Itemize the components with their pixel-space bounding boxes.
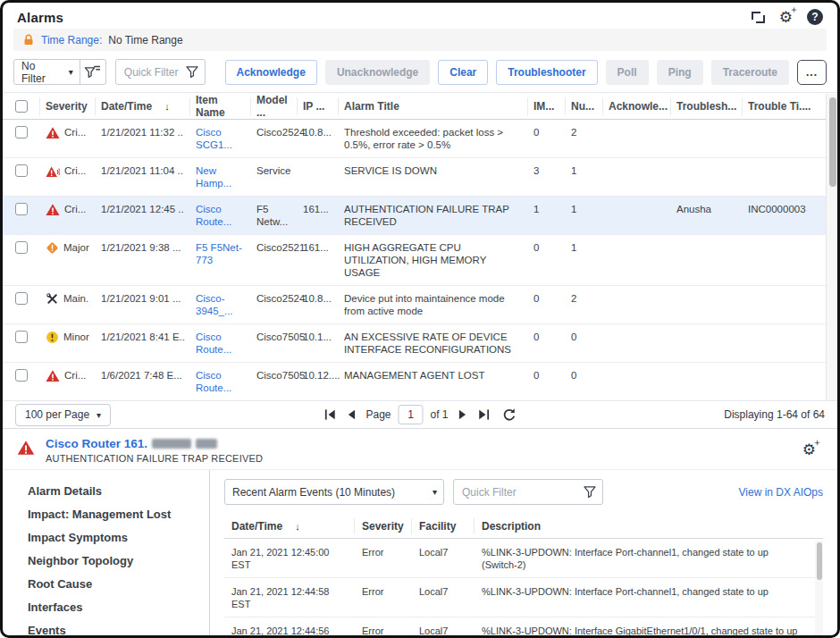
more-actions-button[interactable]: ... bbox=[797, 60, 827, 85]
col-im[interactable]: IM... bbox=[528, 97, 566, 115]
item-link[interactable]: Cisco Route... bbox=[190, 203, 251, 228]
clear-button[interactable]: Clear bbox=[438, 60, 488, 85]
table-row[interactable]: Major 1/21/2021 9:38 ... F5 F5Net-773 Ci… bbox=[3, 235, 837, 286]
gear-settings-icon[interactable]: ⚙ bbox=[779, 10, 793, 25]
col-model[interactable]: Model ... bbox=[251, 97, 298, 115]
row-checkbox[interactable] bbox=[15, 164, 28, 177]
nav-interfaces[interactable]: Interfaces bbox=[3, 595, 209, 618]
page-label: Page bbox=[365, 408, 391, 421]
alarm-detail-header: Cisco Router 161. AUTHENTICATION FAILURE… bbox=[3, 429, 837, 469]
nav-impact-management-lost[interactable]: Impact: Management Lost bbox=[3, 502, 209, 525]
critical-wave-icon bbox=[46, 164, 60, 178]
ping-button: Ping bbox=[657, 60, 703, 85]
col-alarm-title[interactable]: Alarm Title bbox=[339, 97, 528, 115]
col-acknowledged[interactable]: Acknowle... bbox=[603, 97, 671, 115]
nav-root-cause[interactable]: Root Cause bbox=[3, 572, 209, 595]
pagination-bar: 100 per Page ▾ Page of 1 Displaying 1-64… bbox=[3, 400, 837, 429]
traceroute-button: Traceroute bbox=[711, 60, 789, 85]
table-row[interactable]: Cri... 1/6/2021 7:48 E... Cisco Route...… bbox=[3, 363, 837, 400]
item-link[interactable]: Cisco Route... bbox=[190, 331, 251, 356]
col-datetime[interactable]: Date/Time↓ bbox=[96, 97, 190, 115]
col-severity[interactable]: Severity bbox=[40, 97, 96, 115]
scrollbar-thumb[interactable] bbox=[829, 97, 836, 187]
page-number-input[interactable] bbox=[399, 405, 424, 424]
sort-desc-icon: ↓ bbox=[295, 520, 300, 533]
page-of-label: of 1 bbox=[431, 408, 449, 421]
table-row[interactable]: Cri... 1/21/2021 11:32 .. Cisco SCG1... … bbox=[3, 120, 837, 158]
maintenance-icon bbox=[46, 292, 59, 306]
log-quick-filter bbox=[453, 479, 603, 505]
row-checkbox[interactable] bbox=[15, 241, 28, 254]
time-range-label[interactable]: Time Range: bbox=[41, 34, 102, 46]
prev-page-icon[interactable] bbox=[344, 407, 358, 422]
alarm-table: Severity Date/Time↓ Item Name Model ... … bbox=[3, 92, 837, 400]
log-events-table: Date/Time↓ Severity Facility Description… bbox=[224, 514, 823, 638]
help-icon[interactable]: ? bbox=[807, 9, 823, 25]
gear-settings-icon[interactable]: ⚙ bbox=[802, 442, 816, 458]
lock-icon bbox=[22, 33, 35, 46]
col-log-description[interactable]: Description bbox=[475, 518, 823, 534]
alarm-detail-body: Alarm Details Impact: Management Lost Im… bbox=[3, 469, 837, 638]
nav-events[interactable]: Events bbox=[3, 618, 209, 638]
first-page-icon[interactable] bbox=[323, 407, 337, 422]
row-checkbox[interactable] bbox=[15, 203, 28, 215]
detail-title-link[interactable]: Cisco Router 161. bbox=[46, 437, 263, 450]
chevron-down-icon: ▾ bbox=[97, 410, 101, 420]
alarms-window: Alarms ⚙ ? Time Range: No Time Range No … bbox=[0, 0, 840, 638]
row-checkbox[interactable] bbox=[15, 331, 28, 343]
view-in-dx-aiops-link[interactable]: View in DX AIOps bbox=[739, 486, 824, 499]
col-log-severity[interactable]: Severity bbox=[355, 518, 412, 534]
critical-icon bbox=[46, 126, 60, 139]
row-checkbox[interactable] bbox=[15, 126, 28, 139]
sort-desc-icon: ↓ bbox=[164, 100, 170, 113]
filter-select[interactable]: No Filter ▾ bbox=[13, 59, 106, 85]
time-range-bar[interactable]: Time Range: No Time Range bbox=[13, 29, 827, 51]
redacted-text bbox=[196, 439, 217, 449]
filter-edit-icon[interactable] bbox=[80, 64, 105, 80]
row-checkbox[interactable] bbox=[15, 292, 28, 305]
nav-alarm-details[interactable]: Alarm Details bbox=[3, 479, 209, 502]
poll-button: Poll bbox=[606, 60, 649, 85]
next-page-icon[interactable] bbox=[456, 407, 470, 422]
major-icon bbox=[46, 241, 59, 255]
log-events-panel: Recent Alarm Events (10 Minutes) ▾ View … bbox=[210, 470, 837, 638]
row-checkbox[interactable] bbox=[15, 369, 28, 382]
scrollbar-thumb[interactable] bbox=[817, 542, 822, 580]
item-link[interactable]: Cisco Route... bbox=[190, 369, 251, 394]
log-row: Jan 21, 2021 12:44:58 EST Error Local7 %… bbox=[224, 578, 823, 617]
alarm-toolbar: No Filter ▾ Acknowledge Unacknowledge Cl… bbox=[3, 51, 837, 92]
nav-neighbor-topology[interactable]: Neighbor Topology bbox=[3, 549, 209, 572]
critical-icon bbox=[17, 440, 35, 456]
last-page-icon[interactable] bbox=[477, 407, 491, 422]
acknowledge-button[interactable]: Acknowledge bbox=[225, 60, 317, 85]
detail-nav: Alarm Details Impact: Management Lost Im… bbox=[3, 470, 210, 638]
critical-icon bbox=[46, 369, 60, 382]
select-all-checkbox[interactable] bbox=[15, 100, 28, 113]
critical-icon bbox=[46, 203, 60, 216]
col-log-datetime[interactable]: Date/Time↓ bbox=[224, 518, 355, 534]
refresh-icon[interactable] bbox=[502, 407, 517, 423]
minor-icon bbox=[46, 331, 59, 344]
nav-impact-symptoms[interactable]: Impact Symptoms bbox=[3, 525, 209, 549]
table-row-selected[interactable]: Cri... 1/21/2021 12:45 .. Cisco Route...… bbox=[3, 197, 837, 235]
table-row[interactable]: Cri... 1/21/2021 11:04 .. New Hamp... Se… bbox=[3, 158, 837, 197]
item-link[interactable]: New Hamp... bbox=[190, 164, 251, 189]
table-row[interactable]: Main. 1/21/2021 9:01 ... Cisco-3945_... … bbox=[3, 286, 837, 324]
recent-events-select[interactable]: Recent Alarm Events (10 Minutes) ▾ bbox=[224, 479, 444, 505]
funnel-icon bbox=[185, 64, 199, 79]
item-link[interactable]: F5 F5Net-773 bbox=[190, 241, 251, 266]
col-item-name[interactable]: Item Name bbox=[190, 97, 251, 115]
col-num[interactable]: Nu... bbox=[566, 97, 603, 115]
item-link[interactable]: Cisco SCG1... bbox=[190, 126, 251, 151]
log-quick-filter-input[interactable] bbox=[453, 479, 603, 505]
page-size-select[interactable]: 100 per Page ▾ bbox=[15, 404, 111, 426]
table-row[interactable]: Minor 1/21/2021 8:41 E.. Cisco Route... … bbox=[3, 324, 837, 363]
col-troubleshooter[interactable]: Troublesh... bbox=[671, 97, 743, 115]
col-trouble-ticket[interactable]: Trouble Ti.... bbox=[743, 97, 819, 115]
troubleshooter-button[interactable]: Troubleshooter bbox=[496, 60, 597, 85]
popout-icon[interactable] bbox=[752, 12, 765, 23]
col-log-facility[interactable]: Facility bbox=[412, 518, 475, 534]
unacknowledge-button: Unacknowledge bbox=[325, 60, 430, 85]
item-link[interactable]: Cisco-3945_... bbox=[190, 292, 251, 317]
col-ip[interactable]: IP ... bbox=[298, 97, 339, 115]
